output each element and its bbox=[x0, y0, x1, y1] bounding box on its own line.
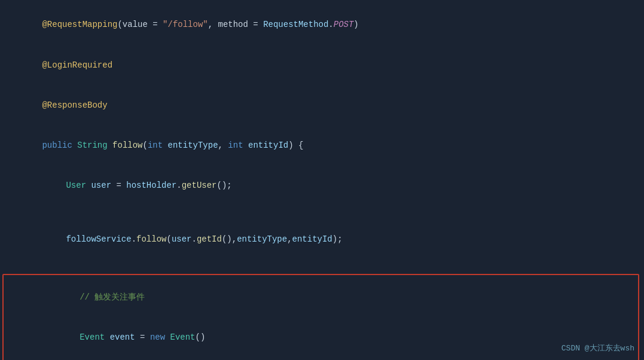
code-line-1: @RequestMapping(value = "/follow", metho… bbox=[0, 5, 644, 45]
code-line-4: public String follow(int entityType, int… bbox=[0, 126, 644, 166]
annotation-requestmapping: @RequestMapping bbox=[42, 20, 117, 29]
code-line-5: User user = hostHolder.getUser(); bbox=[0, 166, 644, 206]
code-line-settopic: .setTopic(TOPIC_FOLLOW) bbox=[4, 358, 638, 360]
footer-watermark: CSDN @大江东去wsh bbox=[561, 343, 634, 355]
code-line-7: followService.follow(user.getId(),entity… bbox=[0, 219, 644, 259]
annotation-loginrequired: @LoginRequired bbox=[42, 60, 112, 70]
code-line-3: @ResponseBody bbox=[0, 85, 644, 125]
code-line-6 bbox=[0, 206, 644, 219]
code-line-8 bbox=[0, 259, 644, 272]
highlighted-code-block: // 触发关注事件 Event event = new Event() .set… bbox=[2, 274, 639, 360]
code-line-comment: // 触发关注事件 bbox=[4, 277, 638, 318]
code-line-2: @LoginRequired bbox=[0, 45, 644, 85]
annotation-responsebody: @ResponseBody bbox=[42, 100, 107, 110]
code-editor: @RequestMapping(value = "/follow", metho… bbox=[0, 0, 644, 360]
footer-text: CSDN @大江东去wsh bbox=[561, 344, 634, 353]
code-line-event-decl: Event event = new Event() bbox=[4, 318, 638, 358]
